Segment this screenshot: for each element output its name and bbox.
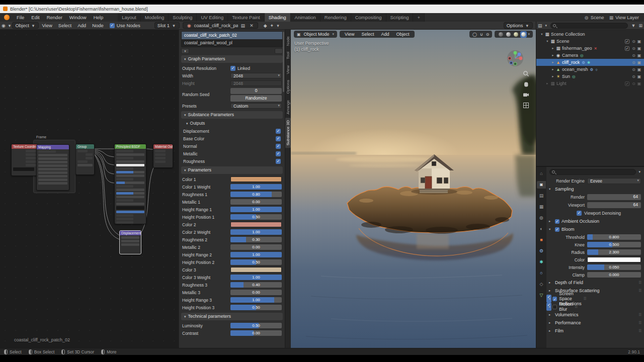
menu-item[interactable]: Add (379, 32, 391, 37)
workspace-tab[interactable]: Layout (118, 13, 141, 22)
drag-handle-icon[interactable]: ⠿ (575, 305, 578, 309)
menu-item[interactable]: Help (90, 15, 107, 20)
menu-item[interactable]: View (39, 23, 55, 28)
menu-item[interactable]: Select (55, 23, 74, 28)
view-layer-selector[interactable]: ▦View Layer (609, 15, 639, 20)
shading-solid-button[interactable] (505, 31, 512, 38)
technical-parameters-header[interactable]: ▾Technical parameters (181, 313, 283, 320)
value-slider[interactable]: 1.00 (230, 184, 282, 190)
material-selector[interactable]: ◉ coastal_cliff_rock_patch_02 ▤ ✕ (183, 22, 258, 29)
menu-item[interactable]: Edit (28, 15, 43, 20)
shading-material-button[interactable] (513, 31, 519, 38)
filter-dropdown-icon[interactable]: ▾ (637, 170, 642, 174)
drag-handle-icon[interactable]: ⠿ (638, 321, 641, 325)
properties-tab[interactable]: ✱ (537, 258, 546, 266)
properties-tab[interactable]: ◇ (537, 281, 546, 288)
viewport-scene-area[interactable] (291, 30, 536, 348)
properties-tab[interactable]: ◙ (537, 181, 546, 189)
section-checkbox[interactable] (552, 297, 557, 301)
snap-magnet-icon[interactable]: ∪ (480, 32, 483, 37)
bloom-checkbox[interactable] (555, 227, 559, 232)
samples-field[interactable]: 64 (587, 194, 641, 200)
value-slider[interactable]: 0.000 (587, 272, 641, 278)
properties-section-header[interactable]: ▸ Motion Blur ⠿ (546, 303, 551, 311)
transform-orientation-icon[interactable]: ◯ (472, 32, 477, 37)
graph-parameters-header[interactable]: ▾Graph Parameters (181, 55, 283, 63)
node-principled-bsdf[interactable]: Principled BSDF (114, 144, 146, 224)
value-slider[interactable]: 1.00 (230, 229, 282, 235)
properties-section-header[interactable]: ▸ Film ⠿ (546, 327, 644, 335)
disclosure-icon[interactable]: ▸ (550, 74, 555, 78)
color-swatch[interactable] (230, 222, 282, 227)
viewport-scene[interactable] (291, 30, 536, 348)
render-visibility-icon[interactable]: ▣ (636, 67, 642, 72)
render-visibility-icon[interactable]: ▣ (636, 60, 642, 65)
node-group[interactable]: Group (75, 144, 95, 175)
workspace-tab[interactable]: Scripting (386, 13, 414, 22)
workspace-tab[interactable]: UV Editing (197, 13, 228, 22)
disclosure-icon[interactable]: ▾ (545, 39, 550, 43)
node-material-output[interactable]: Material Output (153, 144, 173, 168)
options-dropdown[interactable]: Options▾ (504, 22, 533, 29)
value-slider[interactable]: 1.00 (230, 252, 282, 257)
sampling-section-header[interactable]: ▾Sampling (546, 185, 644, 193)
sbsar-dropdown-button[interactable]: ▾ (181, 48, 189, 54)
outliner-row[interactable]: ▸ ▦ Light ⊙ ▣ (536, 80, 644, 87)
drag-handle-icon[interactable]: ⠿ (638, 313, 641, 317)
hide-eye-icon[interactable]: ⊙ (631, 74, 636, 79)
ambient-occlusion-section[interactable]: ▸Ambient Occlusion (546, 217, 644, 225)
hide-eye-icon[interactable]: ⊙ (631, 60, 636, 65)
outliner-row[interactable]: ▸ ◉ Camera ◎ ⊙ ▣ (536, 52, 644, 59)
hide-eye-icon[interactable]: ⊙ (631, 81, 636, 86)
outliner-row[interactable]: ▾ ▦ Scene Collection ⊙ ▣ (536, 31, 644, 38)
menu-item[interactable]: Object (394, 32, 412, 37)
new-collection-icon[interactable]: ⊞ (637, 23, 644, 28)
node-mapping[interactable]: Mapping (36, 144, 69, 191)
value-slider[interactable]: 0.050 (587, 264, 641, 270)
collection-checkbox[interactable] (625, 39, 629, 44)
color-swatch[interactable] (230, 267, 282, 273)
value-slider[interactable]: 0.50 (230, 214, 282, 220)
camera-view-icon[interactable] (523, 92, 529, 98)
hide-eye-icon[interactable]: ⊙ (631, 39, 636, 44)
hide-eye-icon[interactable]: ⊙ (631, 46, 636, 51)
output-checkbox[interactable] (276, 151, 281, 156)
outliner-row[interactable]: ▸ ▲ cliff_rock ⚙ ✱ ⊙ ▣ (536, 59, 644, 66)
hide-eye-icon[interactable]: ⊙ (631, 67, 636, 72)
workspace-tab[interactable]: Animation (291, 13, 320, 22)
properties-tab[interactable]: ◍ (537, 214, 546, 222)
navigation-gizmo[interactable] (507, 50, 523, 66)
value-slider[interactable]: 1.00 (230, 297, 282, 303)
ao-checkbox[interactable] (555, 219, 559, 224)
samples-field[interactable]: 64 (587, 202, 641, 208)
use-nodes-checkbox[interactable] (110, 23, 115, 28)
workspace-tab[interactable]: Rendering (320, 13, 351, 22)
unlink-material-icon[interactable]: ✕ (248, 23, 255, 28)
outliner-display-mode-icon[interactable]: ▤ (536, 23, 544, 28)
properties-tab[interactable]: ▦ (537, 203, 546, 211)
properties-section-header[interactable]: ▸ Volumetrics ⠿ (546, 311, 644, 319)
output-checkbox[interactable] (276, 159, 281, 164)
sidebar-tab[interactable]: Substance 3D (285, 118, 291, 148)
toggle-grid-icon[interactable] (523, 102, 529, 109)
shading-wireframe-button[interactable] (498, 31, 504, 38)
collection-checkbox[interactable] (625, 81, 629, 86)
render-visibility-icon[interactable]: ▣ (636, 53, 642, 58)
value-slider[interactable]: 0.50 (230, 259, 282, 265)
properties-tab[interactable]: ○ (537, 269, 546, 277)
menu-item[interactable]: Node (89, 23, 107, 28)
move-view-hand-icon[interactable] (523, 81, 529, 87)
properties-tab[interactable]: ⌂ (537, 170, 546, 177)
properties-tab[interactable]: ⚙ (537, 247, 546, 255)
mode-dropdown[interactable]: ▣ Object Mode ▾ (294, 31, 337, 38)
workspace-tab[interactable]: Modeling (141, 13, 169, 22)
node-displacement[interactable]: Displacement (119, 230, 141, 254)
menu-item[interactable]: Render (43, 15, 66, 20)
sidebar-tab[interactable]: Options (285, 77, 291, 97)
workspace-tab[interactable]: Sculpting (169, 13, 197, 22)
properties-tab[interactable]: ▽ (537, 292, 546, 299)
randomize-button[interactable]: Randomize (230, 95, 282, 102)
pin-icon[interactable]: ✦ (269, 23, 276, 28)
outliner-row[interactable]: ▸ ▲ ocean_mesh ⚙ ○ ⊙ ▣ (536, 66, 644, 73)
disclosure-icon[interactable]: ▸ (550, 60, 555, 64)
